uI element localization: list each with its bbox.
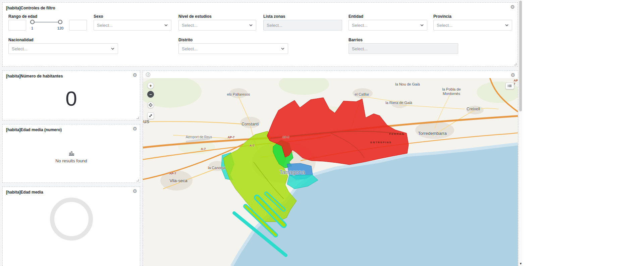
basemap-tiles	[143, 78, 518, 266]
legend-toggle-button[interactable]	[505, 83, 514, 89]
info-icon[interactable]: i	[146, 72, 150, 77]
habitantes-stat-value: 0	[65, 87, 77, 110]
panel-title: [habita]Edad media (numero)	[6, 127, 62, 132]
chevron-down-icon	[505, 23, 509, 27]
zoom-out-button[interactable]: −	[147, 91, 154, 98]
map-panel-header: i ⚙	[143, 71, 518, 78]
barrios-placeholder: Select...	[352, 46, 368, 51]
age-slider-handle-max[interactable]	[58, 20, 62, 24]
age-slider-min-value: 1	[31, 26, 33, 30]
entidad-select[interactable]: Select...	[348, 20, 427, 31]
provincia-placeholder: Select...	[437, 23, 452, 28]
lista-zonas-label: Lista zonas	[263, 14, 285, 19]
age-min-input[interactable]	[8, 20, 26, 31]
vertical-scrollbar[interactable]: ▼	[519, 0, 522, 266]
sexo-placeholder: Select...	[97, 23, 113, 28]
nacionalidad-placeholder: Select...	[12, 46, 28, 51]
edad-media-panel: [habita]Edad media ⚙	[2, 187, 140, 266]
edad-media-numero-panel: [habita]Edad media (numero) ⚙ No results…	[2, 124, 140, 183]
entidad-label: Entidad	[348, 14, 363, 19]
provincia-label: Provincia	[433, 14, 451, 19]
provincia-select[interactable]: Select...	[433, 20, 512, 31]
expand-diagonal-icon	[149, 114, 153, 118]
age-slider-handle-min[interactable]	[30, 20, 35, 24]
chevron-down-icon	[249, 23, 253, 27]
locate-button[interactable]	[147, 102, 154, 108]
empty-state-message: No results found	[55, 158, 87, 163]
gear-icon[interactable]: ⚙	[133, 126, 137, 131]
nivel-estudios-select[interactable]: Select...	[178, 20, 256, 31]
bar-chart-icon	[68, 150, 74, 156]
age-slider-range	[32, 22, 60, 22]
nacionalidad-label: Nacionalidad	[8, 38, 34, 42]
chevron-down-icon	[281, 47, 285, 51]
entidad-placeholder: Select...	[352, 23, 368, 28]
dashboard: [habita]Controles de filtro ⚙ Rango de e…	[0, 0, 522, 266]
nivel-estudios-label: Nivel de estudios	[178, 14, 212, 19]
scrollbar-thumb[interactable]	[519, 1, 522, 111]
gauge-ring	[50, 198, 93, 241]
filter-controls-panel: [habita]Controles de filtro ⚙ Rango de e…	[2, 2, 518, 67]
crosshair-icon	[149, 103, 153, 107]
panel-resize-handle[interactable]	[137, 117, 139, 119]
gear-icon[interactable]: ⚙	[511, 72, 515, 77]
panel-resize-handle[interactable]	[137, 179, 139, 181]
lista-zonas-input[interactable]: Select...	[263, 20, 342, 31]
map-panel: i ⚙	[143, 70, 518, 266]
zoom-in-button[interactable]: +	[147, 82, 154, 89]
panel-title: [habita]Edad media	[6, 190, 43, 195]
list-lines-icon	[508, 84, 512, 88]
chevron-down-icon	[111, 47, 115, 51]
barrios-input[interactable]: Select...	[348, 43, 458, 54]
gear-icon[interactable]: ⚙	[511, 4, 515, 9]
age-range-label: Rango de edad	[8, 14, 37, 19]
fullscreen-button[interactable]	[147, 112, 154, 119]
scrollbar-down-arrow[interactable]: ▼	[519, 262, 522, 266]
geomap[interactable]: us la Nou de Gaià la Pobla de Montornès …	[143, 78, 518, 266]
chevron-down-icon	[420, 23, 424, 27]
panel-resize-handle[interactable]	[514, 63, 517, 65]
chevron-down-icon	[164, 23, 168, 27]
gear-icon[interactable]: ⚙	[133, 72, 137, 77]
sexo-label: Sexo	[94, 14, 103, 19]
habitantes-panel: [habita]Número de habitantes ⚙ 0	[2, 70, 140, 120]
gear-icon[interactable]: ⚙	[133, 189, 137, 194]
distrito-select[interactable]: Select...	[178, 43, 288, 54]
nacionalidad-select[interactable]: Select...	[8, 43, 118, 54]
panel-title: [habita]Número de habitantes	[6, 74, 63, 78]
age-slider-max-value: 120	[57, 26, 63, 30]
panel-title: [habita]Controles de filtro	[6, 6, 55, 10]
nivel-estudios-placeholder: Select...	[182, 23, 198, 28]
age-max-input[interactable]	[69, 20, 87, 31]
lista-zonas-placeholder: Select...	[267, 23, 282, 28]
barrios-label: Barrios	[348, 38, 363, 42]
sexo-select[interactable]: Select...	[94, 20, 171, 31]
distrito-placeholder: Select...	[182, 46, 198, 51]
distrito-label: Distrito	[178, 38, 193, 42]
